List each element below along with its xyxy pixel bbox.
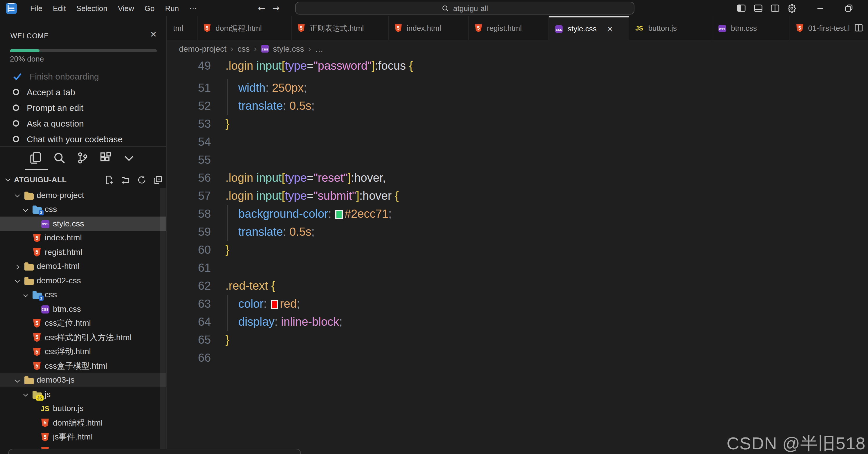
tree-item-demo-project[interactable]: demo-project: [0, 188, 166, 202]
chevron-down-icon[interactable]: [4, 176, 11, 184]
welcome-checklist: Finish onboardingAccept a tabPrompt an e…: [0, 68, 166, 147]
source-control-icon[interactable]: [76, 152, 90, 165]
chevron-right-icon[interactable]: [14, 263, 21, 270]
layout-sidebar-left-icon[interactable]: [737, 3, 746, 13]
tree-item-button.js[interactable]: JSbutton.js: [0, 401, 166, 416]
chevron-down-icon[interactable]: [22, 206, 29, 213]
tree-item-css样式的引入方法.html[interactable]: 5css样式的引入方法.html: [0, 330, 166, 345]
menu-go[interactable]: Go: [140, 1, 160, 15]
menu-file[interactable]: File: [25, 1, 48, 15]
tree-item-style.css[interactable]: cssstyle.css: [0, 217, 166, 231]
tree-item-regist.html[interactable]: 5regist.html: [0, 245, 166, 259]
new-file-icon[interactable]: [104, 175, 114, 185]
menu-run[interactable]: Run: [160, 1, 184, 15]
code-line-59[interactable]: 59 translate: 0.5s;: [167, 223, 868, 241]
search-icon[interactable]: [53, 152, 67, 165]
menu-more[interactable]: ⋯: [184, 1, 202, 15]
tree-item-demo02-css[interactable]: demo02-css: [0, 273, 166, 288]
line-number: 59: [167, 223, 211, 241]
tab-regist.html[interactable]: 5regist.html: [469, 16, 549, 40]
layout-panel-icon[interactable]: [753, 3, 763, 13]
menu-selection[interactable]: Selection: [71, 1, 113, 15]
chevron-down-icon[interactable]: [14, 277, 21, 284]
tab-style.css[interactable]: cssstyle.css✕: [549, 16, 629, 40]
chevron-down-icon[interactable]: [14, 192, 21, 199]
tree-item-css盒子模型.html[interactable]: 5css盒子模型.html: [0, 359, 166, 373]
explorer-section-title[interactable]: ATGUIGU-ALL: [14, 175, 67, 184]
settings-gear-icon[interactable]: [787, 3, 797, 13]
tree-item-icon: 3: [32, 205, 42, 215]
arrow-left-icon[interactable]: ←: [258, 3, 265, 13]
menu-edit[interactable]: Edit: [48, 1, 71, 15]
chevron-down-icon[interactable]: [22, 391, 29, 398]
breadcrumb-item[interactable]: css: [237, 44, 250, 53]
welcome-task-ask-a-question[interactable]: Ask a question: [0, 116, 166, 131]
tab-index.html[interactable]: 5index.html: [389, 16, 469, 40]
chevron-down-icon[interactable]: [14, 377, 21, 384]
breadcrumb-item[interactable]: …: [315, 44, 323, 53]
app-logo-icon[interactable]: [6, 3, 17, 14]
close-icon[interactable]: ✕: [150, 30, 157, 38]
code-line-61[interactable]: 61: [167, 259, 868, 277]
tree-item-css浮动.html[interactable]: 5css浮动.html: [0, 345, 166, 359]
split-editor-icon[interactable]: [854, 23, 864, 33]
arrow-right-icon[interactable]: →: [272, 3, 279, 13]
tree-item-css[interactable]: 3css: [0, 202, 166, 217]
code-line-64[interactable]: 64 display: inline-block;: [167, 313, 868, 331]
refresh-icon[interactable]: [137, 175, 147, 185]
breadcrumb-item[interactable]: style.css: [273, 44, 304, 53]
color-swatch[interactable]: [271, 300, 278, 309]
collapse-all-icon[interactable]: [153, 175, 163, 185]
restore-icon[interactable]: [844, 3, 854, 13]
tree-item-js[interactable]: JSjs: [0, 387, 166, 401]
welcome-task-chat-with-your-codebase[interactable]: Chat with your codebase: [0, 131, 166, 147]
code-line-56[interactable]: 56.login input[type="reset"]:hover,: [167, 169, 868, 187]
tree-item-demo03-js[interactable]: demo03-js: [0, 373, 166, 387]
breadcrumb-item[interactable]: demo-project: [179, 44, 226, 53]
chevron-down-icon[interactable]: [22, 291, 29, 298]
code-editor[interactable]: 49.login input[type="password"]:focus {5…: [167, 57, 868, 454]
code-line-62[interactable]: 62.red-text {: [167, 277, 868, 295]
code-line-55[interactable]: 55: [167, 151, 868, 169]
code-line-66[interactable]: 66: [167, 349, 868, 367]
tab-tml[interactable]: tml: [167, 16, 197, 40]
sidebar-scrollbar[interactable]: [160, 188, 165, 454]
chevron-down-icon[interactable]: [123, 152, 136, 165]
tree-item-btm.css[interactable]: cssbtm.css: [0, 302, 166, 316]
tree-item-index.html[interactable]: 5index.html: [0, 231, 166, 245]
close-icon[interactable]: ✕: [607, 25, 613, 33]
tree-item-css定位.html[interactable]: 5css定位.html: [0, 316, 166, 330]
token-cls: .red-text: [225, 279, 268, 292]
tree-item-dom编程.html[interactable]: 5dom编程.html: [0, 416, 166, 430]
token-op: [278, 315, 281, 328]
tree-item-js事件.html[interactable]: 5js事件.html: [0, 430, 166, 444]
welcome-task-finish-onboarding[interactable]: Finish onboarding: [0, 68, 166, 84]
tab-btm.css[interactable]: cssbtm.css: [712, 16, 790, 40]
code-line-65[interactable]: 65}: [167, 331, 868, 349]
layout-split-editor-icon[interactable]: [770, 3, 780, 13]
circle-icon: [13, 89, 19, 95]
new-folder-icon[interactable]: [121, 175, 130, 185]
code-line-51[interactable]: 51 width: 250px;: [167, 79, 868, 97]
code-line-58[interactable]: 58 background-color: #2ecc71;: [167, 205, 868, 223]
tab-dom编程.html[interactable]: 5dom编程.html: [197, 16, 292, 40]
code-line-63[interactable]: 63 color: red;: [167, 295, 868, 313]
tab-button.js[interactable]: JSbutton.js: [629, 16, 712, 40]
minimize-icon[interactable]: [816, 3, 825, 13]
tree-item-demo1-html[interactable]: demo1-html: [0, 259, 166, 273]
code-line-53[interactable]: 53}: [167, 115, 868, 133]
color-swatch[interactable]: [335, 210, 343, 219]
command-center-search[interactable]: atguigu-all: [295, 2, 634, 14]
code-line-57[interactable]: 57.login input[type="submit"]:hover {: [167, 187, 868, 205]
welcome-task-accept-a-tab[interactable]: Accept a tab: [0, 84, 166, 100]
code-line-54[interactable]: 54: [167, 133, 868, 151]
files-icon[interactable]: [30, 152, 43, 165]
extensions-icon[interactable]: [99, 152, 113, 165]
welcome-task-prompt-an-edit[interactable]: Prompt an edit: [0, 100, 166, 116]
tree-item-css[interactable]: 3css: [0, 288, 166, 302]
code-line-49[interactable]: 49.login input[type="password"]:focus {: [167, 57, 868, 75]
code-line-60[interactable]: 60}: [167, 241, 868, 259]
code-line-52[interactable]: 52 translate: 0.5s;: [167, 97, 868, 115]
tab-正则表达式.html[interactable]: 5正则表达式.html: [292, 16, 389, 40]
menu-view[interactable]: View: [113, 1, 140, 15]
